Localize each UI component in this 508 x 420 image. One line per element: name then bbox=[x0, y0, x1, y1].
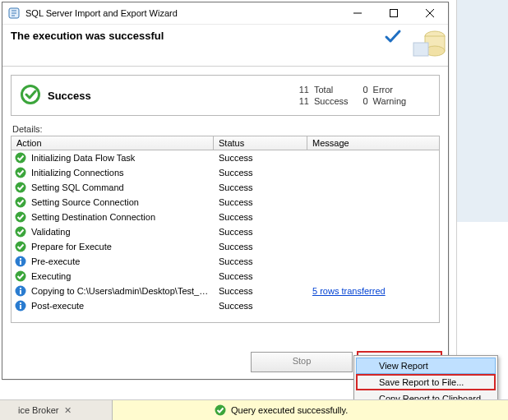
status-cell: Success bbox=[214, 256, 307, 266]
success-label: Success bbox=[314, 96, 349, 106]
context-menu-item[interactable]: View Report bbox=[356, 358, 496, 374]
grid-header: Action Status Message bbox=[12, 136, 439, 150]
status-cell: Success bbox=[214, 153, 307, 163]
table-row[interactable]: Setting SQL CommandSuccess bbox=[12, 180, 439, 195]
page-title: The execution was successful bbox=[11, 30, 440, 42]
status-cell: Success bbox=[214, 168, 307, 178]
summary-status-label: Success bbox=[48, 90, 294, 102]
wizard-graphic-icon bbox=[410, 26, 446, 61]
action-cell: Copying to C:\Users\admin\Desktop\Test_C… bbox=[31, 286, 214, 296]
statusbar-tab[interactable]: ice Broker ✕ bbox=[0, 400, 113, 420]
status-cell: Success bbox=[214, 242, 307, 252]
wizard-header: The execution was successful bbox=[2, 25, 448, 67]
success-icon bbox=[215, 404, 226, 416]
success-icon bbox=[15, 270, 26, 282]
svg-rect-24 bbox=[20, 290, 21, 294]
success-icon bbox=[15, 241, 26, 252]
table-row[interactable]: Setting Destination ConnectionSuccess bbox=[12, 210, 439, 224]
stop-button: Stop bbox=[251, 352, 353, 372]
statusbar-tab-label: ice Broker bbox=[18, 405, 59, 415]
action-cell: Setting SQL Command bbox=[31, 182, 124, 192]
info-icon bbox=[15, 256, 26, 267]
action-cell: Pre-execute bbox=[31, 256, 80, 266]
close-button[interactable] bbox=[412, 2, 448, 24]
status-cell: Success bbox=[214, 286, 307, 296]
status-cell: Success bbox=[214, 271, 307, 281]
action-cell: Validating bbox=[31, 227, 71, 237]
statusbar-message: Query executed successfully. bbox=[211, 404, 348, 416]
success-icon bbox=[15, 152, 26, 164]
success-check-icon bbox=[384, 28, 402, 48]
titlebar: SQL Server Import and Export Wizard bbox=[2, 2, 448, 25]
message-cell[interactable]: 5 rows transferred bbox=[307, 286, 439, 296]
action-cell: Setting Source Connection bbox=[31, 197, 139, 207]
warning-label: Warning bbox=[373, 96, 407, 106]
statusbar-text: Query executed successfully. bbox=[231, 405, 348, 415]
warning-count: 0 bbox=[353, 96, 368, 106]
status-cell: Success bbox=[214, 212, 307, 222]
table-row[interactable]: Pre-executeSuccess bbox=[12, 254, 439, 269]
app-icon bbox=[7, 7, 21, 20]
statusbar: ice Broker ✕ Query executed successfully… bbox=[0, 399, 508, 420]
details-grid: Action Status Message Initializing Data … bbox=[11, 136, 440, 323]
table-row[interactable]: Post-executeSuccess bbox=[12, 298, 439, 313]
info-icon bbox=[15, 300, 26, 312]
success-count: 11 bbox=[294, 96, 309, 106]
table-row[interactable]: Initializing ConnectionsSuccess bbox=[12, 165, 439, 180]
table-row[interactable]: ExecutingSuccess bbox=[12, 269, 439, 284]
col-message[interactable]: Message bbox=[307, 136, 439, 150]
error-count: 0 bbox=[353, 85, 368, 95]
summary-panel: Success 11 Total 0 Error 11 Success 0 Wa… bbox=[11, 75, 440, 116]
status-cell: Success bbox=[214, 301, 307, 311]
action-cell: Initializing Data Flow Task bbox=[31, 153, 135, 163]
details-label: Details: bbox=[12, 124, 440, 134]
context-menu-item[interactable]: Save Report to File... bbox=[356, 374, 496, 390]
svg-rect-26 bbox=[20, 302, 21, 304]
action-cell: Executing bbox=[31, 271, 71, 281]
svg-rect-23 bbox=[20, 288, 21, 289]
success-icon bbox=[15, 211, 26, 223]
table-row[interactable]: Setting Source ConnectionSuccess bbox=[12, 195, 439, 210]
svg-rect-8 bbox=[413, 43, 428, 56]
success-icon bbox=[15, 226, 26, 238]
minimize-button[interactable] bbox=[339, 2, 376, 24]
info-icon bbox=[15, 285, 26, 297]
table-row[interactable]: Prepare for ExecuteSuccess bbox=[12, 239, 439, 254]
success-icon bbox=[15, 182, 26, 193]
svg-rect-2 bbox=[390, 10, 398, 17]
success-icon bbox=[20, 84, 41, 107]
success-icon bbox=[15, 167, 26, 178]
svg-rect-19 bbox=[20, 258, 21, 260]
table-row[interactable]: Copying to C:\Users\admin\Desktop\Test_C… bbox=[12, 284, 439, 298]
error-label: Error bbox=[373, 85, 407, 95]
action-cell: Initializing Connections bbox=[31, 168, 124, 178]
total-count: 11 bbox=[294, 85, 309, 95]
maximize-button[interactable] bbox=[376, 2, 412, 24]
col-action[interactable]: Action bbox=[12, 136, 214, 150]
wizard-window: SQL Server Import and Export Wizard The … bbox=[2, 2, 449, 380]
message-link[interactable]: 5 rows transferred bbox=[312, 286, 386, 296]
status-cell: Success bbox=[214, 197, 307, 207]
svg-rect-20 bbox=[20, 261, 21, 265]
window-title: SQL Server Import and Export Wizard bbox=[25, 8, 339, 18]
action-cell: Setting Destination Connection bbox=[31, 212, 155, 222]
action-cell: Post-execute bbox=[31, 301, 84, 311]
total-label: Total bbox=[314, 85, 349, 95]
table-row[interactable]: ValidatingSuccess bbox=[12, 224, 439, 239]
action-cell: Prepare for Execute bbox=[31, 242, 112, 252]
col-status[interactable]: Status bbox=[214, 136, 307, 150]
status-cell: Success bbox=[214, 182, 307, 192]
success-icon bbox=[15, 196, 26, 208]
status-cell: Success bbox=[214, 227, 307, 237]
svg-rect-27 bbox=[20, 305, 21, 309]
table-row[interactable]: Initializing Data Flow TaskSuccess bbox=[12, 150, 439, 165]
summary-stats: 11 Total 0 Error 11 Success 0 Warning bbox=[294, 85, 406, 106]
close-icon[interactable]: ✕ bbox=[64, 405, 72, 416]
